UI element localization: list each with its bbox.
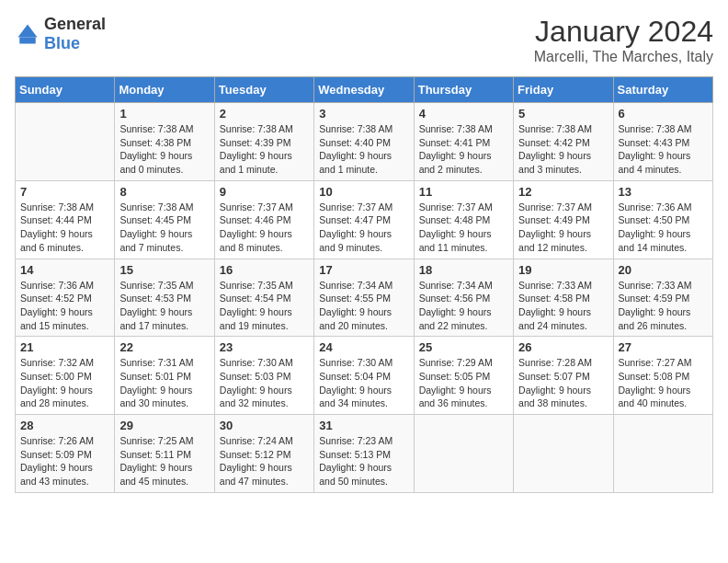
calendar-cell: 8Sunrise: 7:38 AMSunset: 4:45 PMDaylight… <box>115 180 214 259</box>
calendar-cell <box>16 103 115 181</box>
day-number: 28 <box>20 419 109 432</box>
day-number: 11 <box>419 185 508 199</box>
calendar-cell: 23Sunrise: 7:30 AMSunset: 5:03 PMDayligh… <box>214 337 313 415</box>
svg-rect-1 <box>19 38 36 44</box>
calendar-cell: 7Sunrise: 7:38 AMSunset: 4:44 PMDaylight… <box>16 180 115 259</box>
cell-details: Sunrise: 7:36 AMSunset: 4:52 PMDaylight:… <box>20 279 109 333</box>
calendar-cell: 30Sunrise: 7:24 AMSunset: 5:12 PMDayligh… <box>214 415 313 493</box>
calendar-cell: 29Sunrise: 7:25 AMSunset: 5:11 PMDayligh… <box>115 415 214 493</box>
day-number: 6 <box>619 107 708 121</box>
week-row-4: 21Sunrise: 7:32 AMSunset: 5:00 PMDayligh… <box>16 337 713 415</box>
week-row-3: 14Sunrise: 7:36 AMSunset: 4:52 PMDayligh… <box>16 259 713 337</box>
calendar-cell: 18Sunrise: 7:34 AMSunset: 4:56 PMDayligh… <box>414 259 513 337</box>
logo: General Blue <box>15 15 106 53</box>
day-number: 19 <box>518 263 608 277</box>
calendar-table: SundayMondayTuesdayWednesdayThursdayFrid… <box>15 76 713 493</box>
calendar-cell: 25Sunrise: 7:29 AMSunset: 5:05 PMDayligh… <box>414 337 513 415</box>
cell-details: Sunrise: 7:26 AMSunset: 5:09 PMDaylight:… <box>20 434 109 488</box>
calendar-cell: 6Sunrise: 7:38 AMSunset: 4:43 PMDaylight… <box>613 103 712 181</box>
day-number: 8 <box>119 185 209 199</box>
logo-icon <box>15 21 40 47</box>
day-number: 22 <box>119 340 209 354</box>
calendar-cell: 26Sunrise: 7:28 AMSunset: 5:07 PMDayligh… <box>514 337 613 415</box>
calendar-cell: 9Sunrise: 7:37 AMSunset: 4:46 PMDaylight… <box>214 180 313 259</box>
day-number: 20 <box>619 263 708 277</box>
day-number: 30 <box>220 419 309 432</box>
logo-general-text: General <box>44 15 106 33</box>
calendar-cell <box>414 415 513 493</box>
day-number: 7 <box>20 185 109 199</box>
weekday-header-saturday: Saturday <box>613 77 712 103</box>
day-number: 27 <box>619 340 708 354</box>
cell-details: Sunrise: 7:37 AMSunset: 4:49 PMDaylight:… <box>518 201 608 255</box>
weekday-header-friday: Friday <box>514 77 613 103</box>
cell-details: Sunrise: 7:25 AMSunset: 5:11 PMDaylight:… <box>119 434 209 488</box>
cell-details: Sunrise: 7:33 AMSunset: 4:59 PMDaylight:… <box>619 279 708 333</box>
cell-details: Sunrise: 7:23 AMSunset: 5:13 PMDaylight:… <box>319 434 408 488</box>
calendar-cell: 24Sunrise: 7:30 AMSunset: 5:04 PMDayligh… <box>314 337 414 415</box>
day-number: 2 <box>220 107 309 121</box>
cell-details: Sunrise: 7:37 AMSunset: 4:48 PMDaylight:… <box>419 201 508 255</box>
cell-details: Sunrise: 7:36 AMSunset: 4:50 PMDaylight:… <box>619 201 708 255</box>
day-number: 24 <box>319 340 408 354</box>
cell-details: Sunrise: 7:31 AMSunset: 5:01 PMDaylight:… <box>119 356 209 410</box>
day-number: 4 <box>419 107 508 121</box>
calendar-cell: 31Sunrise: 7:23 AMSunset: 5:13 PMDayligh… <box>314 415 414 493</box>
calendar-cell: 27Sunrise: 7:27 AMSunset: 5:08 PMDayligh… <box>613 337 712 415</box>
cell-details: Sunrise: 7:38 AMSunset: 4:38 PMDaylight:… <box>119 122 209 177</box>
title-area: January 2024 Marcelli, The Marches, Ital… <box>534 15 713 65</box>
calendar-cell: 2Sunrise: 7:38 AMSunset: 4:39 PMDaylight… <box>214 103 313 181</box>
calendar-cell <box>613 415 712 493</box>
location-title: Marcelli, The Marches, Italy <box>534 49 713 65</box>
calendar-cell: 15Sunrise: 7:35 AMSunset: 4:53 PMDayligh… <box>115 259 214 337</box>
calendar-cell: 1Sunrise: 7:38 AMSunset: 4:38 PMDaylight… <box>115 103 214 181</box>
day-number: 18 <box>419 263 508 277</box>
calendar-cell: 11Sunrise: 7:37 AMSunset: 4:48 PMDayligh… <box>414 180 513 259</box>
weekday-header-row: SundayMondayTuesdayWednesdayThursdayFrid… <box>16 77 713 103</box>
week-row-5: 28Sunrise: 7:26 AMSunset: 5:09 PMDayligh… <box>16 415 713 493</box>
week-row-2: 7Sunrise: 7:38 AMSunset: 4:44 PMDaylight… <box>16 180 713 259</box>
cell-details: Sunrise: 7:30 AMSunset: 5:04 PMDaylight:… <box>319 356 408 410</box>
cell-details: Sunrise: 7:32 AMSunset: 5:00 PMDaylight:… <box>20 356 109 410</box>
cell-details: Sunrise: 7:37 AMSunset: 4:46 PMDaylight:… <box>220 201 309 255</box>
calendar-cell: 10Sunrise: 7:37 AMSunset: 4:47 PMDayligh… <box>314 180 414 259</box>
day-number: 21 <box>20 340 109 354</box>
cell-details: Sunrise: 7:34 AMSunset: 4:55 PMDaylight:… <box>319 279 408 333</box>
weekday-header-wednesday: Wednesday <box>314 77 414 103</box>
day-number: 16 <box>220 263 309 277</box>
calendar-cell: 3Sunrise: 7:38 AMSunset: 4:40 PMDaylight… <box>314 103 414 181</box>
month-title: January 2024 <box>534 15 713 49</box>
week-row-1: 1Sunrise: 7:38 AMSunset: 4:38 PMDaylight… <box>16 103 713 181</box>
calendar-cell: 21Sunrise: 7:32 AMSunset: 5:00 PMDayligh… <box>16 337 115 415</box>
cell-details: Sunrise: 7:28 AMSunset: 5:07 PMDaylight:… <box>518 356 608 410</box>
cell-details: Sunrise: 7:35 AMSunset: 4:54 PMDaylight:… <box>220 279 309 333</box>
calendar-cell: 22Sunrise: 7:31 AMSunset: 5:01 PMDayligh… <box>115 337 214 415</box>
calendar-cell: 28Sunrise: 7:26 AMSunset: 5:09 PMDayligh… <box>16 415 115 493</box>
day-number: 15 <box>119 263 209 277</box>
cell-details: Sunrise: 7:38 AMSunset: 4:40 PMDaylight:… <box>319 122 408 177</box>
day-number: 13 <box>619 185 708 199</box>
cell-details: Sunrise: 7:38 AMSunset: 4:43 PMDaylight:… <box>619 122 708 177</box>
calendar-cell: 4Sunrise: 7:38 AMSunset: 4:41 PMDaylight… <box>414 103 513 181</box>
cell-details: Sunrise: 7:38 AMSunset: 4:39 PMDaylight:… <box>220 122 309 177</box>
day-number: 12 <box>518 185 608 199</box>
cell-details: Sunrise: 7:37 AMSunset: 4:47 PMDaylight:… <box>319 201 408 255</box>
cell-details: Sunrise: 7:38 AMSunset: 4:41 PMDaylight:… <box>419 122 508 177</box>
logo-blue-text: Blue <box>44 34 80 52</box>
calendar-cell: 13Sunrise: 7:36 AMSunset: 4:50 PMDayligh… <box>613 180 712 259</box>
day-number: 3 <box>319 107 408 121</box>
cell-details: Sunrise: 7:38 AMSunset: 4:45 PMDaylight:… <box>119 201 209 255</box>
calendar-cell <box>514 415 613 493</box>
cell-details: Sunrise: 7:35 AMSunset: 4:53 PMDaylight:… <box>119 279 209 333</box>
day-number: 10 <box>319 185 408 199</box>
calendar-cell: 16Sunrise: 7:35 AMSunset: 4:54 PMDayligh… <box>214 259 313 337</box>
calendar-cell: 14Sunrise: 7:36 AMSunset: 4:52 PMDayligh… <box>16 259 115 337</box>
cell-details: Sunrise: 7:33 AMSunset: 4:58 PMDaylight:… <box>518 279 608 333</box>
day-number: 23 <box>220 340 309 354</box>
day-number: 14 <box>20 263 109 277</box>
weekday-header-thursday: Thursday <box>414 77 513 103</box>
calendar-cell: 12Sunrise: 7:37 AMSunset: 4:49 PMDayligh… <box>514 180 613 259</box>
cell-details: Sunrise: 7:30 AMSunset: 5:03 PMDaylight:… <box>220 356 309 410</box>
calendar-cell: 17Sunrise: 7:34 AMSunset: 4:55 PMDayligh… <box>314 259 414 337</box>
weekday-header-tuesday: Tuesday <box>214 77 313 103</box>
